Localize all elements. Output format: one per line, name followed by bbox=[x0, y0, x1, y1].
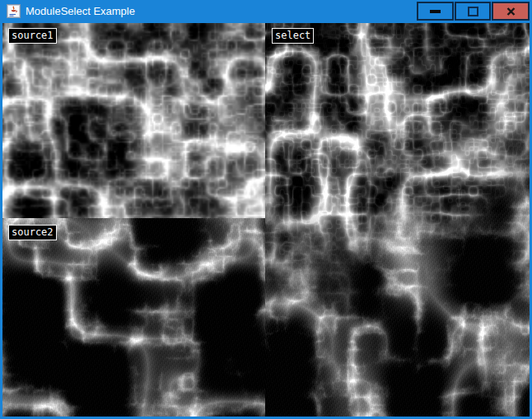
maximize-button[interactable] bbox=[455, 2, 491, 21]
noise-viewport: source1 select source2 bbox=[2, 23, 530, 417]
java-coffee-cup-icon bbox=[7, 4, 21, 18]
source2-panel-label: source2 bbox=[8, 225, 57, 240]
minimize-button[interactable] bbox=[417, 2, 454, 21]
source1-panel-label: source1 bbox=[8, 28, 57, 44]
app-window: ModuleSelect Example source1 select sour… bbox=[0, 0, 532, 419]
select-panel-label: select bbox=[272, 28, 314, 44]
window-title: ModuleSelect Example bbox=[26, 0, 135, 23]
close-button[interactable] bbox=[492, 2, 530, 21]
titlebar[interactable]: ModuleSelect Example bbox=[0, 0, 532, 23]
minimize-icon bbox=[430, 10, 441, 13]
noise-render-canvas bbox=[2, 23, 530, 417]
maximize-icon bbox=[468, 7, 478, 16]
close-icon bbox=[506, 7, 516, 16]
